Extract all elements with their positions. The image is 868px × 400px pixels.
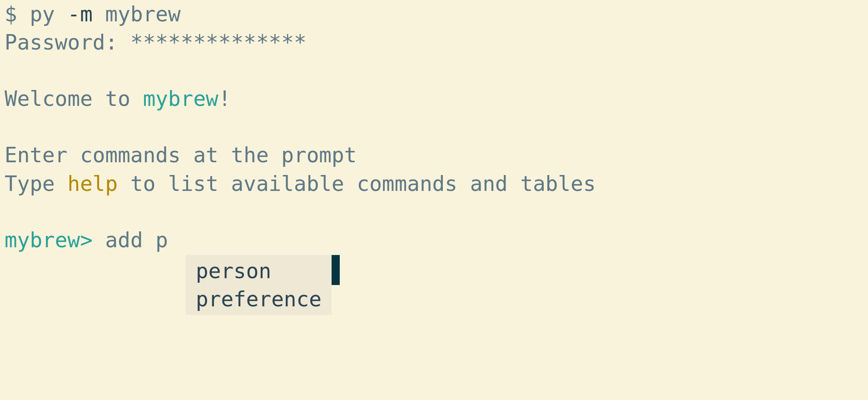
help-command: help (67, 171, 118, 196)
autocomplete-item-preference[interactable]: preference (196, 285, 322, 313)
help-pre: Type (5, 171, 67, 196)
terminal-output: $ py -m mybrew Password: ************** … (5, 0, 863, 254)
welcome-post: ! (218, 86, 231, 111)
flag-m: -m (67, 2, 92, 26)
autocomplete-scrollbar[interactable] (332, 255, 340, 285)
app-name: mybrew (143, 86, 218, 111)
help-post: to list available commands and tables (118, 171, 595, 196)
password-label: Password: (5, 30, 130, 55)
shell-prompt: $ (5, 2, 30, 26)
repl-prompt: mybrew> (5, 228, 93, 252)
module-name: mybrew (93, 2, 181, 26)
welcome-pre: Welcome to (5, 86, 143, 111)
password-mask: ************** (130, 30, 307, 55)
autocomplete-item-person[interactable]: person (196, 257, 322, 285)
autocomplete-list: person preference (186, 255, 332, 315)
autocomplete-popup: person preference (186, 255, 863, 315)
command-py: py (30, 2, 67, 26)
instruction-line: Enter commands at the prompt (5, 143, 357, 167)
repl-input[interactable]: add p (93, 228, 168, 252)
